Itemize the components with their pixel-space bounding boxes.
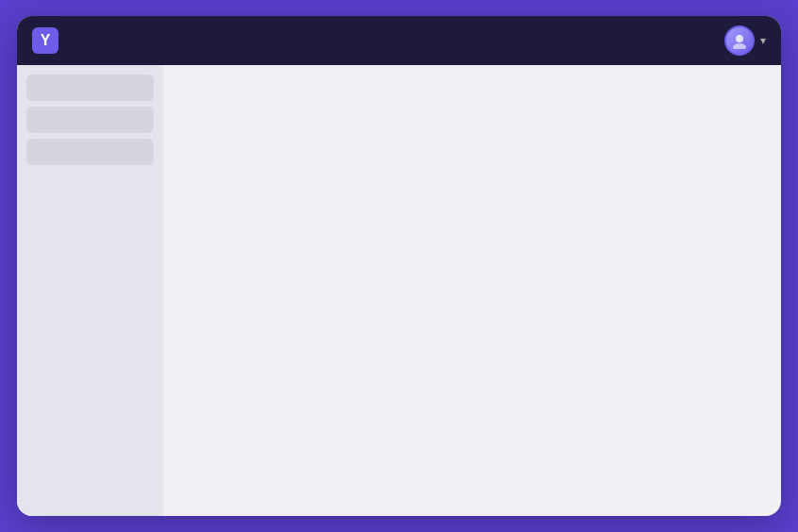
sidebar <box>17 65 163 516</box>
avatar[interactable] <box>724 25 755 56</box>
sidebar-item[interactable] <box>26 139 154 165</box>
svg-point-0 <box>736 35 743 42</box>
sidebar-item[interactable] <box>26 75 154 101</box>
chevron-down-icon[interactable]: ▾ <box>760 34 766 47</box>
logo-mark: Y <box>32 27 58 54</box>
main-content: ⋮ <box>17 65 781 516</box>
logo: Y <box>32 27 58 54</box>
svg-point-1 <box>733 43 746 49</box>
canvas: ⋮ <box>163 65 781 516</box>
sidebar-item[interactable] <box>26 107 154 133</box>
header-right: ▾ <box>724 25 766 56</box>
header: Y ▾ <box>17 16 781 65</box>
